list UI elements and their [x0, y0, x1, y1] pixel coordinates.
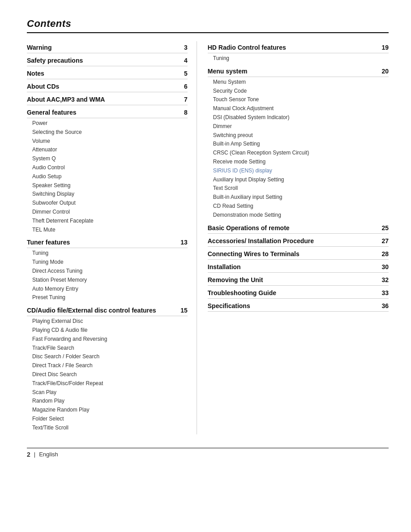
- footer-language: English: [39, 451, 58, 458]
- toc-sub-item: Audio Setup: [32, 172, 188, 181]
- toc-sub-item: Playing CD & Audio file: [32, 326, 188, 335]
- toc-section-page: 15: [175, 307, 188, 314]
- toc-sub-item: Track/File Search: [32, 344, 188, 353]
- toc-sub-item: Menu System: [213, 78, 389, 87]
- toc-sub-item: SIRIUS ID (ENS) display: [213, 167, 389, 176]
- toc-sub-item: Selecting the Source: [32, 128, 188, 137]
- toc-section-title: Troubleshooting Guide: [208, 289, 374, 296]
- toc-sub-item: Theft Deterrent Faceplate: [32, 217, 188, 226]
- toc-section-title: Connecting Wires to Terminals: [208, 250, 374, 257]
- toc-section-page: 32: [376, 276, 389, 283]
- toc-section-title: Removing the Unit: [208, 276, 374, 283]
- toc-section-page: 5: [175, 70, 188, 77]
- toc-section-header: Tuner features13: [27, 236, 188, 248]
- toc-section-header: About CDs6: [27, 80, 188, 92]
- toc-sub-item: Magazine Random Play: [32, 406, 188, 415]
- toc-sub-item: Volume: [32, 137, 188, 146]
- toc-section-title: Accessories/ Installation Procedure: [208, 237, 374, 245]
- toc-sub-items: Tuning: [208, 54, 389, 63]
- toc-sub-item: Station Preset Memory: [32, 276, 188, 285]
- toc-sub-item: Subwoofer Output: [32, 199, 188, 208]
- toc-sub-item: Tuning: [32, 249, 188, 258]
- toc-section-page: 25: [376, 224, 389, 232]
- toc-sub-item: Playing External Disc: [32, 317, 188, 326]
- toc-sub-items: Playing External DiscPlaying CD & Audio …: [27, 317, 188, 432]
- toc-section-page: 13: [175, 239, 188, 246]
- toc-sub-item: Disc Search / Folder Search: [32, 352, 188, 361]
- toc-section-title: Specifications: [208, 302, 374, 309]
- toc-sub-item: Scan Play: [32, 388, 188, 397]
- toc-sub-item: Preset Tuning: [32, 293, 188, 302]
- toc-sub-items: PowerSelecting the SourceVolumeAttenuato…: [27, 119, 188, 234]
- toc-section-header: CD/Audio file/External disc control feat…: [27, 304, 188, 316]
- toc-section-page: 27: [376, 237, 389, 245]
- toc-right-column: HD Radio Control features19TuningMenu sy…: [197, 41, 389, 434]
- toc-sub-item: Random Play: [32, 397, 188, 406]
- toc-section-title: About AAC,MP3 and WMA: [27, 96, 173, 103]
- toc-section-header: HD Radio Control features19: [208, 41, 389, 53]
- page-footer: 2 | English: [27, 448, 389, 458]
- toc-section-title: Tuner features: [27, 239, 173, 246]
- toc-sub-item: Direct Access Tuning: [32, 267, 188, 276]
- toc-section-header: Warning3: [27, 41, 188, 53]
- toc-section-header: Specifications36: [208, 300, 389, 312]
- toc-sub-item: Manual Clock Adjustment: [213, 104, 389, 113]
- toc-sub-item: DSI (Disabled System Indicator): [213, 113, 389, 122]
- toc-section-title: Installation: [208, 263, 374, 270]
- toc-sub-item: Folder Select: [32, 415, 188, 424]
- toc-section-title: About CDs: [27, 83, 173, 90]
- toc-sub-items: TuningTuning ModeDirect Access TuningSta…: [27, 249, 188, 302]
- toc-section-header: Accessories/ Installation Procedure27: [208, 235, 389, 247]
- toc-section-page: 36: [376, 302, 389, 309]
- toc-sub-item: Direct Disc Search: [32, 370, 188, 379]
- toc-sub-item: Receive mode Setting: [213, 158, 389, 167]
- toc-section-page: 19: [376, 44, 389, 51]
- footer-separator: |: [34, 451, 35, 458]
- toc-section-page: 3: [175, 44, 188, 51]
- toc-section-title: Menu system: [208, 68, 374, 75]
- toc-sub-item: Demonstration mode Setting: [213, 211, 389, 220]
- toc-sub-item: Switching preout: [213, 131, 389, 140]
- toc-sub-items: Menu SystemSecurity CodeTouch Sensor Ton…: [208, 78, 389, 220]
- toc-sub-item: Touch Sensor Tone: [213, 95, 389, 104]
- toc-sub-item: Track/File/Disc/Folder Repeat: [32, 379, 188, 388]
- toc-section-header: Safety precautions4: [27, 54, 188, 66]
- toc-section-header: Installation30: [208, 261, 389, 273]
- toc-sub-item: Text Scroll: [213, 184, 389, 193]
- toc-sub-item: Auto Memory Entry: [32, 285, 188, 294]
- toc-sub-item: Security Code: [213, 87, 389, 96]
- toc-section-header: Basic Operations of remote25: [208, 222, 389, 234]
- toc-section-page: 7: [175, 96, 188, 103]
- toc-sub-item: Dimmer Control: [32, 208, 188, 217]
- toc-left-column: Warning3Safety precautions4Notes5About C…: [27, 41, 197, 434]
- footer-page-number: 2: [27, 451, 30, 458]
- toc-section-title: General features: [27, 109, 173, 116]
- toc-sub-item: Dimmer: [213, 122, 389, 131]
- toc-section-header: Menu system20: [208, 65, 389, 77]
- toc-section-page: 33: [376, 289, 389, 296]
- toc-sub-item: Audio Control: [32, 163, 188, 172]
- toc-section-header: Connecting Wires to Terminals28: [208, 248, 389, 260]
- toc-section-page: 20: [376, 68, 389, 75]
- toc-section-header: General features8: [27, 106, 188, 118]
- toc-sub-item: Text/Title Scroll: [32, 424, 188, 433]
- toc-section-header: Troubleshooting Guide33: [208, 287, 389, 299]
- toc-sub-item: Built-in Auxiliary input Setting: [213, 193, 389, 202]
- toc-section-title: Basic Operations of remote: [208, 224, 374, 232]
- toc-sub-item: CD Read Setting: [213, 202, 389, 211]
- toc-sub-item: Tuning: [213, 54, 389, 63]
- toc-section-page: 28: [376, 250, 389, 257]
- toc-section-header: Notes5: [27, 67, 188, 79]
- toc-sub-item: CRSC (Clean Reception System Circuit): [213, 149, 389, 158]
- toc-section-title: Notes: [27, 70, 173, 77]
- toc-section-page: 6: [175, 83, 188, 90]
- toc-sub-item: System Q: [32, 154, 188, 163]
- toc-section-title: HD Radio Control features: [208, 44, 374, 51]
- toc-sub-item: Auxiliary Input Display Setting: [213, 176, 389, 184]
- toc-section-page: 4: [175, 57, 188, 64]
- toc-sub-item: Fast Forwarding and Reversing: [32, 335, 188, 344]
- toc-sub-item: Built-in Amp Setting: [213, 140, 389, 149]
- toc-sub-item: Direct Track / File Search: [32, 361, 188, 370]
- toc-sub-item: Speaker Setting: [32, 181, 188, 190]
- toc-section-title: CD/Audio file/External disc control feat…: [27, 307, 173, 314]
